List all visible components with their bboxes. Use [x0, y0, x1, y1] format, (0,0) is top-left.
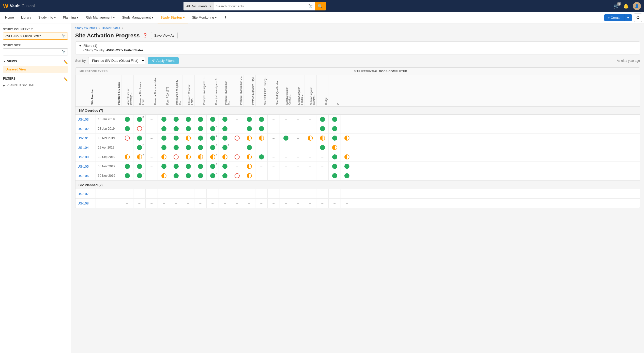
- cell: [243, 115, 255, 124]
- views-toggle[interactable]: ▼ VIEWS: [3, 60, 17, 63]
- help-icon[interactable]: ?: [31, 27, 33, 31]
- cell: –: [243, 189, 255, 198]
- cell: –: [280, 171, 292, 180]
- apply-filters-button[interactable]: ↺ Apply Filters: [148, 57, 179, 64]
- cell: 2: [207, 162, 219, 171]
- filter-toggle[interactable]: ▼ Filters (1): [79, 44, 637, 48]
- cell: –: [121, 199, 133, 208]
- planned-siv-row[interactable]: ▶ PLANNED SIV DATE: [3, 83, 68, 87]
- nav-right: 🛒 0 🔔 👤: [614, 2, 641, 10]
- cell: –: [146, 115, 158, 124]
- views-pencil-icon[interactable]: ✏️: [64, 60, 68, 64]
- page-help-icon[interactable]: ❓: [143, 33, 148, 38]
- site-link[interactable]: US-101: [78, 136, 89, 140]
- cell: –: [243, 199, 255, 208]
- filters-label: FILTERS: [3, 77, 16, 80]
- filters-bar: ▼ Filters (1) » Study Country: AVEG 027 …: [75, 41, 640, 54]
- site-link[interactable]: US-109: [78, 155, 89, 159]
- sort-select[interactable]: Planned SIV Date (Oldest First): [88, 57, 145, 64]
- cell: –: [207, 189, 219, 198]
- filter-count: Filters (1): [83, 44, 97, 48]
- search-type-select[interactable]: All Documents ▼: [183, 2, 214, 10]
- site-link[interactable]: US-104: [78, 146, 89, 150]
- cell: [194, 171, 207, 180]
- binoculars-icon-sidebar[interactable]: 🔭: [62, 34, 66, 38]
- cell: [121, 152, 133, 161]
- site-link[interactable]: US-108: [78, 201, 89, 205]
- search-input[interactable]: [216, 4, 304, 8]
- planned-siv-chevron: ▶: [3, 84, 5, 87]
- cell: –: [219, 199, 231, 208]
- cell: –: [280, 189, 292, 198]
- create-button[interactable]: + Create: [604, 14, 624, 21]
- cell: –: [304, 162, 316, 171]
- unsaved-view-item[interactable]: Unsaved View: [3, 66, 68, 73]
- avatar[interactable]: 👤: [633, 2, 641, 10]
- cell: [329, 124, 341, 133]
- nav-planning[interactable]: Planning ▾: [60, 12, 82, 23]
- planned-siv-label: PLANNED SIV DATE: [7, 83, 36, 87]
- breadcrumb-study-countries[interactable]: Study Countries: [75, 26, 97, 30]
- study-site-input[interactable]: 🔭: [3, 48, 68, 55]
- study-country-input[interactable]: AVEG 027 > United States 🔭: [3, 33, 68, 40]
- nav-study-startup[interactable]: Study Startup ▾: [158, 12, 188, 23]
- cell: [170, 143, 182, 152]
- cell: [219, 115, 231, 124]
- site-link[interactable]: US-106: [78, 174, 89, 178]
- sidebar: STUDY COUNTRY* ? AVEG 027 > United State…: [0, 23, 71, 353]
- bell-icon: 🔔: [623, 4, 629, 9]
- binoculars-icon-site[interactable]: 🔭: [62, 50, 66, 54]
- cell: [158, 171, 170, 180]
- site-link[interactable]: US-105: [78, 165, 89, 168]
- logo[interactable]: W Vault Clinical: [3, 3, 35, 9]
- breadcrumb-united-states[interactable]: United States: [102, 26, 120, 30]
- cell: –: [292, 152, 304, 161]
- cell: –: [146, 162, 158, 171]
- nav-risk-management[interactable]: Risk Management ▾: [83, 12, 118, 23]
- cell: 2: [133, 124, 146, 133]
- filters-pencil-icon[interactable]: ✏️: [64, 77, 68, 81]
- cell: [243, 134, 255, 143]
- save-view-button[interactable]: Save View As: [151, 32, 177, 39]
- cell: –: [292, 189, 304, 198]
- cell-date: 23 Jan 2019: [96, 124, 121, 133]
- cell: –: [146, 124, 158, 133]
- cell: –: [304, 189, 316, 198]
- cell: –: [292, 134, 304, 143]
- main-content: Study Countries > United States > Site A…: [71, 23, 644, 353]
- nav-study-management[interactable]: Study Management ▾: [119, 12, 156, 23]
- nav-library[interactable]: Library: [18, 12, 34, 23]
- filter-detail-arrows: »: [83, 49, 85, 52]
- cell-site: US-103: [75, 115, 96, 124]
- cell: 2: [219, 143, 231, 152]
- cell-date: [96, 199, 121, 208]
- cell: –: [231, 199, 243, 208]
- cell: –: [341, 199, 353, 208]
- col-site-number: Site Number: [75, 75, 96, 106]
- table-row: US-103 16 Jan 2019 2 – – – – – –: [75, 115, 640, 124]
- create-split-button[interactable]: ▼: [624, 14, 632, 21]
- cell-site: US-105: [75, 162, 96, 171]
- cart-button[interactable]: 🛒 0: [614, 3, 619, 9]
- site-link[interactable]: US-102: [78, 127, 89, 131]
- cell: [219, 134, 231, 143]
- nav-home[interactable]: Home: [2, 12, 17, 23]
- site-link[interactable]: US-103: [78, 117, 89, 121]
- nav-study-info[interactable]: Study Info ▾: [35, 12, 59, 23]
- cell: [243, 143, 255, 152]
- nav-site-monitoring[interactable]: Site Monitoring ▾: [189, 12, 220, 23]
- cell: [133, 134, 146, 143]
- cell: –: [268, 143, 280, 152]
- search-submit-button[interactable]: 🔍: [315, 2, 326, 10]
- cell: [170, 171, 182, 180]
- cell: –: [304, 171, 316, 180]
- site-link[interactable]: US-107: [78, 192, 89, 196]
- breadcrumb-sep2: >: [121, 26, 123, 30]
- binoculars-icon[interactable]: 🔭: [308, 4, 313, 8]
- settings-button[interactable]: ⚙: [634, 13, 642, 22]
- notifications-button[interactable]: 🔔: [623, 3, 629, 9]
- filters-toggle[interactable]: FILTERS: [3, 77, 16, 80]
- sort-bar: Sort by Planned SIV Date (Oldest First) …: [75, 57, 640, 64]
- cell: –: [255, 171, 268, 180]
- nav-more[interactable]: ⋮: [221, 12, 230, 23]
